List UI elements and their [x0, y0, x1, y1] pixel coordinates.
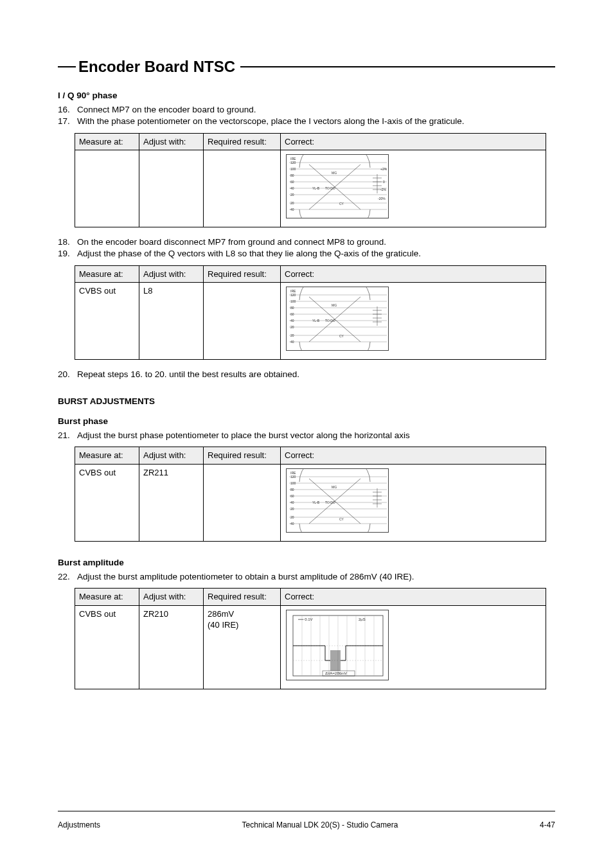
table-row: Measure at: Adjust with: Required result…	[75, 265, 546, 283]
cell-required	[204, 283, 281, 360]
list-item: 19.Adjust the phase of the Q vectors wit…	[58, 248, 555, 260]
svg-text:MG: MG	[332, 171, 337, 175]
table-row: CVBS out ZR211	[75, 464, 546, 541]
cell-correct: IRE 120 100 80 60 40 20 20 40 MG CY	[281, 283, 546, 360]
vectorscope-diagram: IRE 120 100 80 60 40 20 20 40 MG CY	[286, 154, 389, 218]
svg-text:0: 0	[383, 180, 385, 184]
th-correct: Correct:	[281, 265, 546, 283]
th-required: Required result:	[204, 447, 281, 465]
cell-measure: CVBS out	[75, 283, 139, 360]
svg-text:20: 20	[290, 515, 294, 519]
table-row: CVBS out L8	[75, 283, 546, 360]
svg-text:CY: CY	[339, 202, 344, 206]
title-rule-left	[58, 66, 76, 67]
svg-text:CY: CY	[339, 517, 344, 521]
list-item: 21.Adjust the burst phase potentiometer …	[58, 430, 555, 441]
th-measure: Measure at:	[75, 265, 139, 283]
step-number: 19.	[58, 248, 73, 260]
iq-step-list-1: 16.Connect MP7 on the encoder board to g…	[58, 104, 555, 127]
svg-text:60: 60	[290, 494, 294, 498]
list-item: 20.Repeat steps 16. to 20. until the bes…	[58, 369, 555, 380]
footer-center: Technical Manual LDK 20(S) - Studio Came…	[242, 820, 398, 829]
osc-label-tl: ══ 0.1V	[298, 617, 313, 621]
list-item: 17.With the phase potentiometer on the v…	[58, 116, 555, 127]
step-text: Adjust the burst phase potentiometer to …	[77, 430, 410, 441]
list-item: 22.Adjust the burst amplitude potentiome…	[58, 571, 555, 583]
svg-text:60: 60	[290, 180, 294, 184]
th-measure: Measure at:	[75, 447, 139, 465]
svg-text:80: 80	[290, 488, 294, 492]
svg-text:TO DO: TO DO	[325, 186, 335, 190]
cell-required	[204, 150, 281, 227]
step-number: 20.	[58, 369, 73, 380]
footer-left: Adjustments	[58, 820, 100, 829]
th-required: Required result:	[204, 265, 281, 283]
svg-text:40: 40	[290, 522, 294, 526]
cell-adjust: ZR210	[139, 605, 204, 689]
cell-required: 286mV (40 IRE)	[204, 605, 281, 689]
svg-text:100: 100	[290, 299, 296, 303]
burst-amplitude-steps: 22.Adjust the burst amplitude potentiome…	[58, 571, 555, 583]
cell-adjust	[139, 150, 204, 227]
th-required: Required result:	[204, 589, 281, 606]
svg-text:20: 20	[290, 201, 294, 205]
list-item: 16.Connect MP7 on the encoder board to g…	[58, 104, 555, 116]
svg-text:120: 120	[290, 161, 296, 164]
th-measure: Measure at:	[75, 589, 139, 606]
vectorscope-diagram: IRE 120 100 80 60 40 20 20 40 MG CY	[286, 468, 389, 533]
th-adjust: Adjust with:	[139, 265, 204, 283]
svg-text:40: 40	[290, 340, 294, 344]
th-correct: Correct:	[281, 447, 546, 465]
cell-adjust: ZR211	[139, 464, 204, 541]
svg-text:20: 20	[290, 507, 294, 511]
burst-amplitude-table: Measure at: Adjust with: Required result…	[75, 588, 546, 689]
th-adjust: Adjust with:	[139, 589, 204, 606]
burst-phase-heading: Burst phase	[58, 416, 555, 427]
svg-text:MG: MG	[332, 485, 337, 489]
th-adjust: Adjust with:	[139, 447, 204, 465]
svg-text:YL-B: YL-B	[312, 500, 320, 504]
oscilloscope-diagram: ══ 0.1V 2µS ΔVA=286mV	[286, 610, 389, 680]
svg-text:120: 120	[290, 475, 296, 479]
footer-right: 4-47	[540, 820, 555, 829]
svg-text:40: 40	[290, 186, 294, 190]
svg-text:40: 40	[290, 319, 294, 323]
svg-text:100: 100	[290, 167, 296, 171]
cell-correct: IRE 120 100 80 60 40 20 20 40 MG CY	[281, 150, 546, 227]
th-adjust: Adjust with:	[139, 133, 204, 150]
burst-amplitude-heading: Burst amplitude	[58, 557, 555, 569]
cell-adjust: L8	[139, 283, 204, 360]
svg-text:60: 60	[290, 312, 294, 316]
iq-heading: I / Q 90° phase	[58, 90, 555, 102]
svg-text:YL-B: YL-B	[312, 319, 320, 323]
step-text: Connect MP7 on the encoder board to grou…	[77, 104, 256, 116]
osc-label-tr: 2µS	[359, 617, 366, 621]
svg-text:40: 40	[290, 208, 294, 211]
cell-correct: ══ 0.1V 2µS ΔVA=286mV	[281, 605, 546, 689]
th-correct: Correct:	[281, 589, 546, 606]
title-row: Encoder Board NTSC	[58, 58, 555, 76]
svg-text:80: 80	[290, 306, 294, 310]
iq-table-1: Measure at: Adjust with: Required result…	[75, 133, 546, 228]
svg-text:TO DO: TO DO	[325, 500, 335, 504]
iq-table-2: Measure at: Adjust with: Required result…	[75, 265, 546, 360]
step-number: 18.	[58, 236, 73, 248]
svg-text:100: 100	[290, 481, 296, 485]
th-required: Required result:	[204, 133, 281, 150]
burst-heading: BURST ADJUSTMENTS	[58, 396, 555, 407]
svg-text:80: 80	[290, 173, 294, 177]
step-number: 22.	[58, 571, 73, 583]
svg-text:TO DO: TO DO	[325, 319, 335, 323]
th-correct: Correct:	[281, 133, 546, 150]
required-value-a: 286mV	[208, 609, 234, 619]
vectorscope-diagram: IRE 120 100 80 60 40 20 20 40 MG CY	[286, 287, 389, 351]
cell-required	[204, 464, 281, 541]
step-number: 17.	[58, 116, 73, 127]
osc-label-b: ΔVA=286mV	[325, 671, 347, 675]
svg-text:CY: CY	[339, 334, 344, 338]
cell-measure	[75, 150, 139, 227]
cell-measure: CVBS out	[75, 464, 139, 541]
required-value-b: (40 IRE)	[208, 620, 238, 630]
table-row: Measure at: Adjust with: Required result…	[75, 133, 546, 150]
th-measure: Measure at:	[75, 133, 139, 150]
